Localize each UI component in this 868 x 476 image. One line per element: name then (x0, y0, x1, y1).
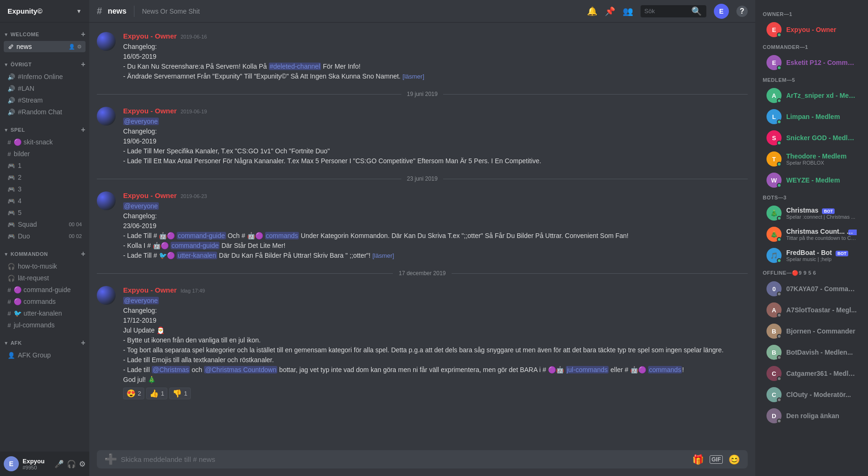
channel-skit-snack[interactable]: # 🟣 skit-snack (4, 136, 86, 148)
volume-icon: 🔊 (8, 73, 15, 80)
reaction-thumbsdown[interactable]: 👎 1 (169, 388, 190, 399)
channel-afk-group[interactable]: 👤 AFK Group (4, 349, 86, 361)
pin-icon[interactable]: 📌 (605, 6, 615, 16)
online-indicator-fredboat (777, 258, 782, 263)
date-text-2: 23 juni 2019 (401, 175, 443, 182)
kommandon-chevron-icon: ▼ (4, 252, 8, 257)
channel-lan[interactable]: 🔊 #LAN (4, 83, 86, 94)
channel-link[interactable]: #deleted-channel (269, 63, 321, 70)
member-fredboat[interactable]: 🎵 FredBoat - Bot BOT Spelar music | ;hel… (759, 245, 864, 266)
member-theodore[interactable]: T Theodore - Medlem Spelar ROBLOX (759, 149, 864, 169)
section-welcome[interactable]: ▼ WELCOME + (0, 23, 89, 40)
emoji-picker-button[interactable]: 😊 (728, 454, 740, 465)
inferno-channel-name: #Inferno Online (18, 73, 82, 80)
channel-news[interactable]: 🗞 news 👤 ⚙ (4, 41, 86, 52)
channel-3[interactable]: 🎮 3 (4, 183, 86, 195)
section-ovrigt[interactable]: ▼ ÖVRIGT + (0, 53, 89, 71)
channel-settings-icon[interactable]: 👤 (69, 44, 75, 50)
chat-input-area: ➕ 🎁 GIF 😊 (89, 450, 755, 476)
channel-invite-icon[interactable]: ⚙ (77, 44, 82, 50)
stream-channel-name: #Stream (18, 96, 82, 104)
channel-1[interactable]: 🎮 1 (4, 160, 86, 171)
header-separator (134, 6, 134, 17)
member-info-christmas: Christmas BOT Spelar :connect | Christma… (786, 206, 857, 220)
section-kommandon[interactable]: ▼ KOMMANDON + (0, 242, 89, 260)
member-a7slottoastar[interactable]: A A7SlotToastar - Megl... (759, 300, 864, 320)
offline-indicator-a7 (777, 313, 782, 317)
author-name: Expyou - Owner (123, 32, 177, 40)
channel-squad[interactable]: 🎮 Squad 00 04 (4, 219, 86, 230)
vc-5-name: 5 (18, 209, 82, 216)
channel-jul-commands[interactable]: # jul-commands (4, 319, 86, 331)
commands-link-4[interactable]: commands (648, 366, 682, 373)
add-ovrigt-channel-button[interactable]: + (81, 60, 86, 69)
gift-icon[interactable]: 🎁 (692, 454, 704, 465)
member-07kaya07[interactable]: 0 07KAYA07 - Comman... (759, 278, 864, 299)
read-more-link[interactable]: [läsmer] (403, 73, 424, 80)
member-artzsniper[interactable]: A ArTz_sniper xd - Medl... (759, 85, 864, 106)
message-content-4: Expyou - Owner Idag 17:49 @everyone Chan… (123, 286, 748, 399)
member-christmas-bot[interactable]: 🎄 Christmas BOT Spelar :connect | Christ… (759, 203, 864, 223)
read-more-3[interactable]: [läsmer] (372, 252, 394, 259)
reaction-love[interactable]: 😍 2 (123, 388, 144, 399)
utter-kanalen-link[interactable]: utter-kanalen (177, 252, 217, 259)
hash-icon: 🗞 (8, 43, 14, 50)
settings-button[interactable]: ⚙ (79, 460, 86, 468)
help-icon[interactable]: ? (736, 6, 748, 17)
gif-button[interactable]: GIF (710, 455, 723, 464)
server-header[interactable]: Expunity© ▼ (0, 0, 89, 23)
header-user-avatar[interactable]: E (714, 4, 729, 19)
section-afk[interactable]: ▼ AFK + (0, 331, 89, 349)
add-spel-channel-button[interactable]: + (81, 126, 86, 134)
member-christmas-countdown[interactable]: 🎄 Christmas Count... BOT Tittar på the c… (759, 224, 864, 245)
channel-random[interactable]: 🔊 #Random Chat (4, 106, 86, 118)
search-input[interactable] (644, 8, 691, 15)
member-catgamer361[interactable]: C Catgamer361 - Medlen... (759, 363, 864, 384)
member-weyze[interactable]: W WEYZE - Medlem (759, 170, 864, 190)
add-attachment-button[interactable]: ➕ (104, 453, 117, 466)
channel-lat-request[interactable]: 🎧 lät-request (4, 272, 86, 284)
deafen-button[interactable]: 🎧 (67, 460, 76, 468)
channel-how-to-musik[interactable]: 🎧 how-to-musik (4, 261, 86, 272)
member-avatar-expyou: E (766, 22, 782, 37)
chat-input-right: 🎁 GIF 😊 (692, 454, 740, 465)
member-esketit[interactable]: E Esketit P12 - Comman... (759, 52, 864, 73)
channel-duo[interactable]: 🎮 Duo 00 02 (4, 230, 86, 242)
message-header: Expyou - Owner 2019-06-16 (123, 32, 748, 40)
member-botdavish[interactable]: B BotDavish - Medlen... (759, 342, 864, 363)
channel-bilder[interactable]: # bilder (4, 148, 86, 159)
channel-inferno[interactable]: 🔊 #Inferno Online (4, 71, 86, 82)
member-expyou[interactable]: E Expyou - Owner (759, 19, 864, 40)
channel-2[interactable]: 🎮 2 (4, 172, 86, 183)
command-guide-name: 🟣 command-guide (14, 286, 82, 294)
member-denroliga[interactable]: D Den roliga änkan (759, 405, 864, 426)
jul-commands-link[interactable]: jul-commands (566, 366, 609, 373)
search-box[interactable]: 🔍 (641, 5, 706, 17)
add-kommandon-button[interactable]: + (81, 250, 86, 258)
afk-label: AFK (10, 340, 22, 346)
channel-5[interactable]: 🎮 5 (4, 207, 86, 218)
avatar-3 (97, 191, 116, 210)
mute-button[interactable]: 🎤 (55, 460, 64, 468)
channel-utter-kanalen[interactable]: # 🐦 utter-kanalen (4, 308, 86, 319)
bell-icon[interactable]: 🔔 (587, 6, 597, 16)
channel-4[interactable]: 🎮 4 (4, 195, 86, 206)
add-welcome-channel-button[interactable]: + (81, 30, 86, 39)
command-guide-link[interactable]: command-guide (177, 232, 226, 239)
command-guide-link-2[interactable]: command-guide (171, 242, 219, 249)
member-bjornen[interactable]: B Bjornen - Commander (759, 321, 864, 341)
members-icon[interactable]: 👥 (623, 6, 633, 16)
member-limpan[interactable]: L Limpan - Medlem (759, 106, 864, 127)
member-clouty[interactable]: C ClOuty - Moderatör... (759, 384, 864, 405)
commands-link[interactable]: commands (265, 232, 299, 239)
member-snickergod[interactable]: S Snicker GOD - Medlem (759, 127, 864, 148)
member-name-denroliga: Den roliga änkan (786, 412, 857, 420)
message-input[interactable] (121, 450, 688, 468)
section-spel[interactable]: ▼ SPEL + (0, 118, 89, 136)
current-user-tag: #9950 (23, 465, 55, 470)
channel-commands[interactable]: # 🟣 commands (4, 296, 86, 307)
reaction-thumbsup[interactable]: 👍 1 (146, 388, 167, 399)
channel-command-guide[interactable]: # 🟣 command-guide (4, 284, 86, 295)
add-afk-button[interactable]: + (81, 339, 86, 347)
channel-stream[interactable]: 🔊 #Stream (4, 95, 86, 106)
